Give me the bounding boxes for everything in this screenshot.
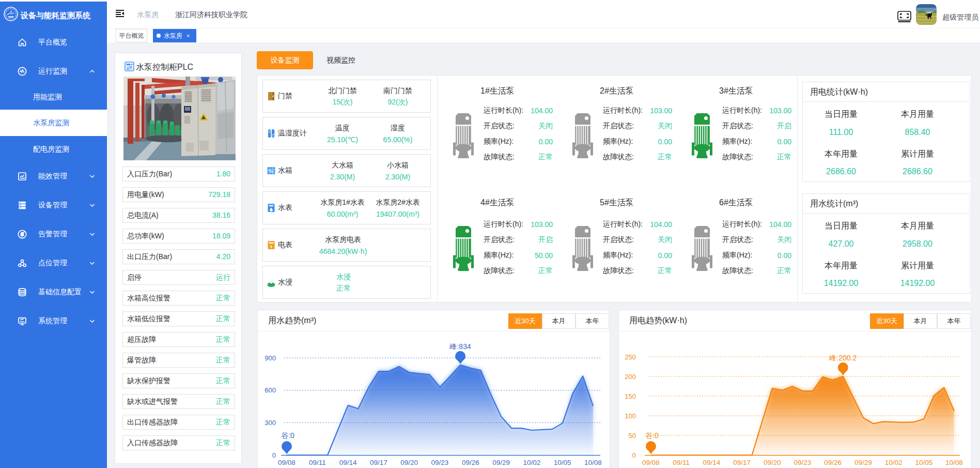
svg-text:10/05: 10/05 bbox=[915, 459, 932, 466]
svg-text:10/08: 10/08 bbox=[945, 459, 963, 466]
svg-text:200: 200 bbox=[625, 373, 636, 381]
svg-text:09/20: 09/20 bbox=[764, 459, 781, 466]
svg-text:100: 100 bbox=[625, 412, 636, 420]
svg-text:50: 50 bbox=[629, 432, 636, 440]
svg-text:09/11: 09/11 bbox=[673, 459, 690, 466]
svg-text:09/26: 09/26 bbox=[462, 459, 479, 466]
svg-text:09/08: 09/08 bbox=[642, 459, 660, 466]
svg-text:09/23: 09/23 bbox=[794, 459, 812, 466]
svg-text:0: 0 bbox=[632, 451, 636, 459]
svg-text:09/17: 09/17 bbox=[370, 459, 387, 466]
svg-text:0: 0 bbox=[272, 451, 276, 459]
svg-text:峰:200.2: 峰:200.2 bbox=[829, 354, 857, 362]
svg-text:谷:0: 谷:0 bbox=[645, 431, 659, 440]
svg-text:09/20: 09/20 bbox=[400, 459, 418, 466]
svg-text:09/29: 09/29 bbox=[492, 459, 510, 466]
svg-text:峰:834: 峰:834 bbox=[449, 342, 471, 351]
svg-text:09/11: 09/11 bbox=[309, 459, 326, 466]
svg-text:09/29: 09/29 bbox=[854, 459, 872, 466]
svg-text:10/05: 10/05 bbox=[554, 459, 571, 466]
svg-text:09/17: 09/17 bbox=[733, 459, 751, 466]
svg-text:09/14: 09/14 bbox=[339, 459, 357, 466]
svg-text:150: 150 bbox=[625, 392, 636, 400]
svg-text:10/02: 10/02 bbox=[523, 459, 541, 466]
svg-text:谷:0: 谷:0 bbox=[281, 431, 294, 440]
svg-text:900: 900 bbox=[265, 354, 276, 362]
svg-text:09/14: 09/14 bbox=[703, 459, 721, 466]
svg-text:300: 300 bbox=[265, 419, 276, 427]
svg-text:600: 600 bbox=[265, 386, 276, 394]
svg-text:250: 250 bbox=[625, 353, 636, 361]
svg-text:09/23: 09/23 bbox=[431, 459, 449, 466]
svg-text:09/08: 09/08 bbox=[278, 459, 295, 466]
svg-text:09/26: 09/26 bbox=[824, 459, 842, 466]
svg-text:10/08: 10/08 bbox=[584, 459, 602, 466]
svg-text:10/02: 10/02 bbox=[885, 459, 903, 466]
